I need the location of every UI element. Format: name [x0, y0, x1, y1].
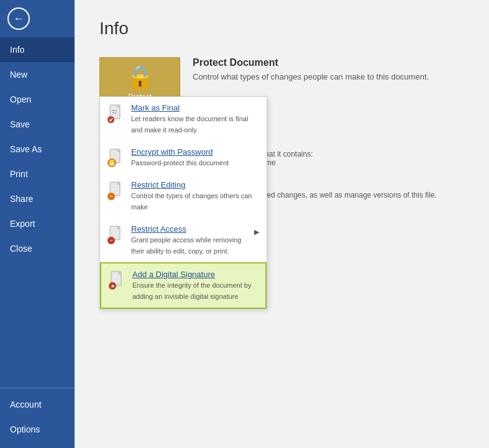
- sidebar-item-options[interactable]: Options: [0, 417, 75, 442]
- digital-signature-text: Add a Digital Signature Ensure the integ…: [132, 270, 258, 301]
- menu-item-restrict-editing[interactable]: Restrict Editing Control the types of ch…: [100, 174, 267, 218]
- encrypt-text: Encrypt with Password Password-protect t…: [131, 147, 259, 168]
- mark-final-desc: Let readers know the document is final a…: [131, 115, 248, 134]
- digital-signature-icon: [109, 270, 126, 290]
- svg-rect-12: [112, 112, 116, 114]
- back-button[interactable]: ←: [0, 0, 37, 37]
- sidebar: ← Info New Open Save Save As Print Share…: [0, 0, 75, 448]
- restrict-access-title: Restrict Access: [131, 224, 248, 234]
- protect-title: Protect Document: [193, 57, 464, 68]
- digital-signature-title: Add a Digital Signature: [132, 270, 258, 279]
- mark-final-title: Mark as Final: [131, 103, 259, 112]
- digital-signature-desc: Ensure the integrity of the document by …: [132, 281, 251, 300]
- restrict-editing-title: Restrict Editing: [131, 180, 259, 190]
- menu-item-mark-as-final[interactable]: Mark as Final Let readers know the docum…: [100, 97, 267, 141]
- svg-rect-15: [111, 163, 114, 165]
- svg-rect-21: [110, 240, 112, 241]
- mark-final-text: Mark as Final Let readers know the docum…: [131, 103, 259, 135]
- encrypt-title: Encrypt with Password: [131, 147, 259, 157]
- protect-desc: Control what types of changes people can…: [193, 72, 464, 81]
- protect-dropdown-menu: Mark as Final Let readers know the docum…: [99, 96, 267, 309]
- sidebar-item-save[interactable]: Save: [0, 112, 75, 137]
- sidebar-bottom: Account Options: [0, 384, 75, 448]
- sidebar-item-info[interactable]: Info: [0, 37, 75, 62]
- protect-icon: 🔒: [126, 64, 154, 90]
- restrict-access-arrow-icon: ▶: [254, 228, 259, 236]
- sidebar-divider: [0, 388, 75, 388]
- svg-rect-18: [110, 196, 112, 197]
- svg-rect-11: [112, 110, 117, 111]
- restrict-access-text: Restrict Access Grant people access whil…: [131, 224, 248, 256]
- restrict-access-icon: [107, 224, 125, 244]
- restrict-editing-icon: [107, 180, 125, 200]
- restrict-access-desc: Grant people access while removing their…: [131, 236, 241, 255]
- sidebar-nav: Info New Open Save Save As Print Share E…: [0, 37, 75, 384]
- sidebar-item-account[interactable]: Account: [0, 392, 75, 417]
- protect-info: Protect Document Control what types of c…: [193, 57, 464, 81]
- sidebar-item-new[interactable]: New: [0, 62, 75, 87]
- menu-item-restrict-access[interactable]: Restrict Access Grant people access whil…: [100, 218, 267, 262]
- back-arrow-icon: ←: [7, 7, 30, 30]
- page-title: Info: [99, 19, 464, 39]
- restrict-editing-desc: Control the types of changes others can …: [131, 192, 252, 211]
- mark-final-icon: [107, 103, 125, 123]
- sidebar-item-share[interactable]: Share: [0, 186, 75, 211]
- sidebar-item-save-as[interactable]: Save As: [0, 137, 75, 162]
- menu-item-encrypt[interactable]: Encrypt with Password Password-protect t…: [100, 141, 267, 174]
- sidebar-item-print[interactable]: Print: [0, 162, 75, 186]
- restrict-editing-text: Restrict Editing Control the types of ch…: [131, 180, 259, 212]
- encrypt-desc: Password-protect this document: [131, 159, 229, 167]
- sidebar-item-open[interactable]: Open: [0, 87, 75, 112]
- menu-item-digital-signature[interactable]: Add a Digital Signature Ensure the integ…: [100, 262, 267, 309]
- sidebar-item-export[interactable]: Export: [0, 211, 75, 236]
- svg-marker-24: [111, 284, 114, 288]
- sidebar-item-close[interactable]: Close: [0, 236, 75, 261]
- encrypt-icon: [107, 147, 125, 167]
